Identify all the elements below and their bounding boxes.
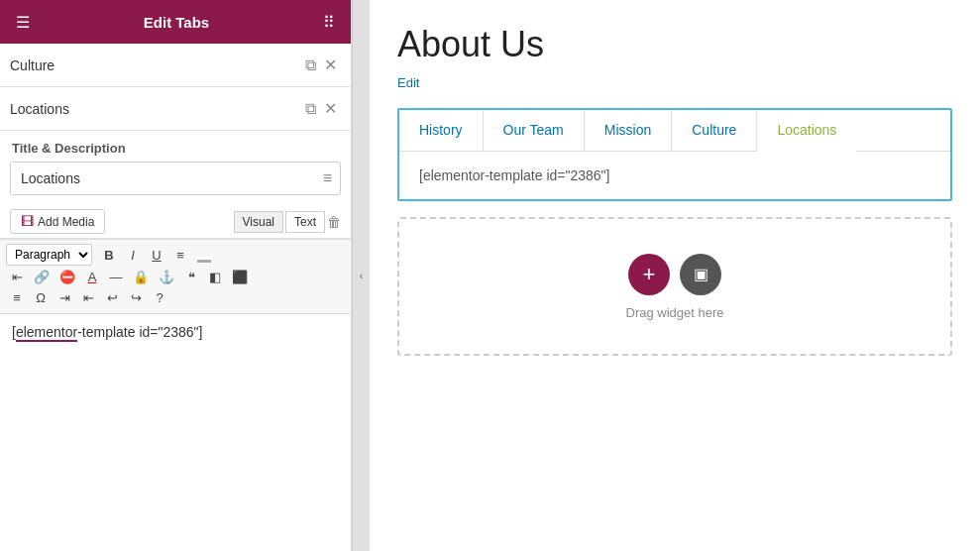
- left-panel: ☰ Edit Tabs ⠿ ⧉ ✕ ⧉ ✕ Title & Descriptio…: [0, 0, 352, 551]
- drag-label: Drag widget here: [626, 305, 724, 320]
- blockquote-button[interactable]: ❝: [180, 268, 202, 286]
- lock-button[interactable]: 🔒: [129, 268, 153, 286]
- format-select[interactable]: Paragraph: [6, 244, 92, 266]
- hamburger-icon[interactable]: ☰: [16, 13, 30, 32]
- align-left-button[interactable]: ◧: [204, 268, 226, 286]
- toolbar-row-3: ≡ Ω ⇥ ⇤ ↩ ↪ ?: [6, 288, 345, 307]
- unlink-button[interactable]: ⛔: [55, 268, 79, 286]
- delete-tab-culture-button[interactable]: ✕: [320, 52, 341, 78]
- title-input-container: ≡: [10, 162, 341, 195]
- edit-link[interactable]: Edit: [397, 75, 419, 90]
- color-text-button[interactable]: A: [81, 268, 103, 286]
- list-icon: ≡: [315, 164, 340, 193]
- tab-label-locations-input[interactable]: [10, 101, 301, 117]
- unordered-list-button[interactable]: ≡: [169, 246, 191, 265]
- tab-header-our-team[interactable]: Our Team: [484, 110, 585, 151]
- tab-content-text: [elementor-template id="2386"]: [419, 167, 609, 183]
- bold-button[interactable]: B: [98, 246, 120, 265]
- anchor-button[interactable]: ⚓: [155, 268, 178, 286]
- color-swatch-button[interactable]: [193, 246, 215, 265]
- add-media-label: Add Media: [38, 215, 94, 229]
- link-button[interactable]: 🔗: [30, 268, 54, 286]
- editor-content[interactable]: [elementor-template id="2386"]: [12, 324, 339, 340]
- tab-content-area: [elementor-template id="2386"]: [399, 152, 950, 199]
- align-center-button[interactable]: ⬛: [228, 268, 252, 286]
- tabs-header: History Our Team Mission Culture Locatio…: [399, 110, 950, 152]
- outdent2-button[interactable]: ⇤: [77, 288, 99, 307]
- editor-trash-button[interactable]: 🗑: [327, 211, 341, 233]
- indent-button[interactable]: ⇥: [54, 288, 75, 307]
- editor-toolbar: Paragraph B I U ≡ ⇤ 🔗 ⛔ A — 🔒 ⚓ ❝ ◧ ⬛: [0, 239, 351, 314]
- tab-header-locations[interactable]: Locations: [757, 110, 856, 152]
- align-justify-button[interactable]: ≡: [6, 288, 28, 307]
- tab-header-history[interactable]: History: [399, 110, 484, 151]
- text-tab-button[interactable]: Text: [285, 211, 325, 233]
- copy-tab-culture-button[interactable]: ⧉: [301, 53, 320, 78]
- tab-header-culture[interactable]: Culture: [672, 110, 757, 151]
- elementor-underline: elementor: [16, 324, 77, 342]
- omega-button[interactable]: Ω: [30, 288, 52, 307]
- page-title: About Us: [397, 24, 952, 65]
- help-button[interactable]: ?: [149, 288, 170, 307]
- tab-item-locations[interactable]: ⧉ ✕: [0, 87, 351, 131]
- drag-widget-buttons: + ▣: [628, 254, 721, 295]
- redo-button[interactable]: ↪: [125, 288, 147, 307]
- tabs-widget: History Our Team Mission Culture Locatio…: [397, 108, 952, 201]
- section-label-title-desc: Title & Description: [0, 131, 351, 162]
- copy-tab-locations-button[interactable]: ⧉: [301, 96, 320, 122]
- panel-header: ☰ Edit Tabs ⠿: [0, 0, 351, 44]
- title-input[interactable]: [11, 163, 315, 194]
- add-media-button[interactable]: 🎞 Add Media: [10, 209, 105, 234]
- right-panel: About Us Edit History Our Team Mission C…: [370, 0, 980, 551]
- underline-button[interactable]: U: [146, 246, 167, 265]
- tab-label-culture-input[interactable]: [10, 57, 301, 73]
- drag-widget-area: + ▣ Drag widget here: [397, 217, 952, 356]
- collapse-handle[interactable]: ‹: [352, 0, 370, 551]
- widget-library-button[interactable]: ▣: [680, 254, 721, 295]
- visual-tab-button[interactable]: Visual: [234, 211, 283, 233]
- undo-button[interactable]: ↩: [101, 288, 123, 307]
- toolbar-row-1: Paragraph B I U ≡: [6, 244, 345, 266]
- delete-tab-locations-button[interactable]: ✕: [320, 95, 341, 122]
- toolbar-row-2: ⇤ 🔗 ⛔ A — 🔒 ⚓ ❝ ◧ ⬛: [6, 268, 345, 286]
- add-widget-button[interactable]: +: [628, 254, 670, 295]
- italic-button[interactable]: I: [122, 246, 144, 265]
- add-media-bar: 🎞 Add Media Visual Text 🗑: [0, 205, 351, 239]
- panel-header-title: Edit Tabs: [30, 14, 323, 31]
- tab-header-mission[interactable]: Mission: [585, 110, 672, 151]
- grid-icon[interactable]: ⠿: [323, 13, 335, 32]
- media-icon: 🎞: [21, 214, 34, 229]
- tab-item-culture[interactable]: ⧉ ✕: [0, 44, 351, 87]
- outdent-button[interactable]: ⇤: [6, 268, 28, 286]
- editor-area[interactable]: [elementor-template id="2386"]: [0, 314, 351, 551]
- visual-text-bar: Visual Text 🗑: [234, 211, 341, 233]
- strikethrough-button[interactable]: —: [105, 268, 127, 286]
